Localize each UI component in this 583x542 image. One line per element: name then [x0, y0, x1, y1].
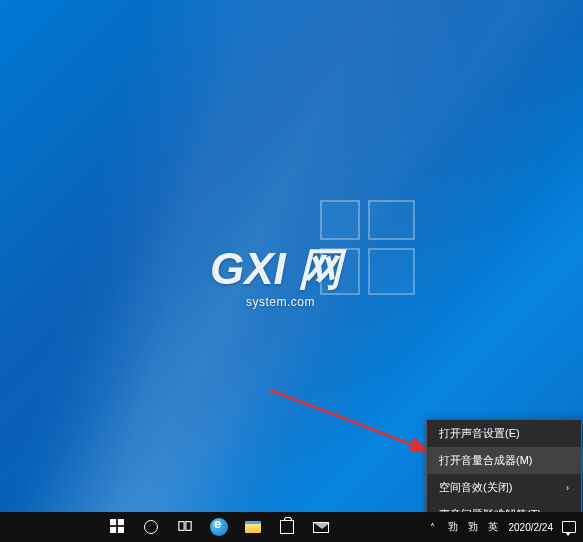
svg-rect-1 [118, 519, 124, 525]
action-center-button[interactable] [559, 512, 579, 542]
sound-context-menu: 打开声音设置(E) 打开音量合成器(M) 空间音效(关闭) › 声音问题疑难解答… [426, 419, 582, 512]
taskbar: ˄ 㔜 㔜 英 2020/2/24 [0, 512, 583, 542]
edge-browser-button[interactable] [202, 512, 236, 542]
chevron-up-icon: ˄ [430, 522, 435, 533]
start-button[interactable] [100, 512, 134, 542]
svg-rect-5 [186, 522, 191, 531]
taskbar-clock[interactable]: 2020/2/24 [503, 522, 560, 533]
watermark-sub: system.com [246, 295, 342, 309]
menu-item-label: 打开声音设置(E) [439, 426, 520, 441]
menu-item-label: 打开音量合成器(M) [439, 453, 533, 468]
cortana-icon [144, 520, 158, 534]
edge-icon [210, 518, 228, 536]
menu-item-label: 声音问题疑难解答(T) [439, 507, 541, 512]
task-view-button[interactable] [168, 512, 202, 542]
windows-start-icon [110, 519, 124, 535]
mail-icon [313, 522, 329, 533]
ime-language-indicator[interactable]: 英 [483, 520, 503, 534]
svg-rect-4 [179, 522, 184, 531]
taskbar-left [100, 512, 338, 542]
tray-overflow-button[interactable]: ˄ [423, 512, 443, 542]
file-explorer-button[interactable] [236, 512, 270, 542]
menu-item-spatial-sound[interactable]: 空间音效(关闭) › [427, 474, 581, 501]
chevron-right-icon: › [566, 483, 569, 493]
desktop[interactable]: GXI 网 system.com 打开声音设置(E) 打开音量合成器(M) 空间… [0, 0, 583, 512]
store-icon [280, 520, 294, 534]
svg-rect-3 [118, 527, 124, 533]
watermark: GXI 网 system.com [210, 240, 342, 309]
svg-rect-2 [110, 527, 116, 533]
task-view-icon [178, 519, 192, 535]
svg-rect-0 [110, 519, 116, 525]
action-center-icon [562, 521, 576, 533]
ime-indicator-1[interactable]: 㔜 [443, 520, 463, 534]
taskbar-tray: ˄ 㔜 㔜 英 2020/2/24 [423, 512, 584, 542]
microsoft-store-button[interactable] [270, 512, 304, 542]
mail-button[interactable] [304, 512, 338, 542]
menu-item-open-volume-mixer[interactable]: 打开音量合成器(M) [427, 447, 581, 474]
clock-date: 2020/2/24 [509, 522, 554, 533]
menu-item-troubleshoot-sound[interactable]: 声音问题疑难解答(T) [427, 501, 581, 512]
menu-item-label: 空间音效(关闭) [439, 480, 512, 495]
cortana-button[interactable] [134, 512, 168, 542]
folder-icon [245, 521, 261, 533]
ime-indicator-2[interactable]: 㔜 [463, 520, 483, 534]
watermark-main: GXI 网 [210, 244, 342, 293]
menu-item-open-sound-settings[interactable]: 打开声音设置(E) [427, 420, 581, 447]
